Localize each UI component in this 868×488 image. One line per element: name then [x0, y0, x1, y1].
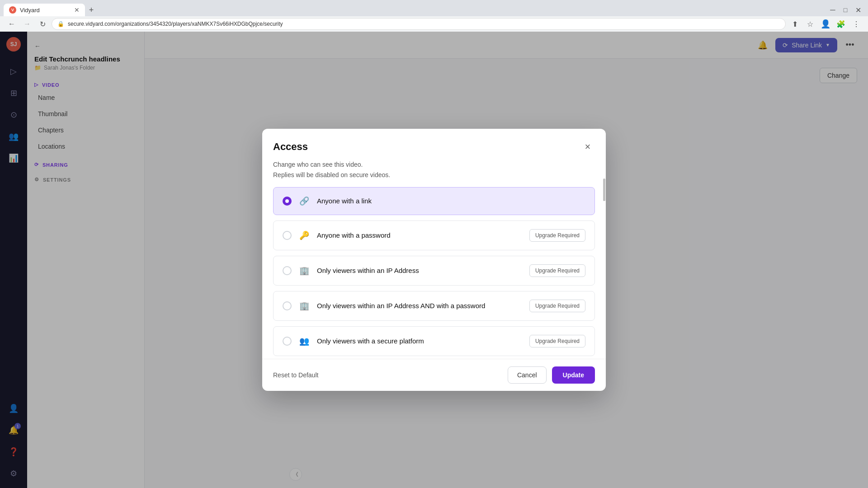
address-bar[interactable]: 🔒 secure.vidyard.com/organizations/34543… [52, 18, 786, 30]
option-ip-label: Only viewers within an IP Address [317, 267, 522, 274]
upgrade-badge-secure-platform[interactable]: Upgrade Required [529, 335, 585, 347]
radio-anyone-link[interactable] [283, 197, 292, 206]
access-modal: Access × Change who can see this video. … [262, 129, 606, 391]
radio-anyone-password[interactable] [283, 231, 292, 240]
window-close[interactable]: ✕ [852, 4, 864, 16]
option-secure-platform-label: Only viewers with a secure platform [317, 337, 522, 345]
access-option-secure-platform[interactable]: 👥 Only viewers with a secure platform Up… [273, 326, 595, 356]
radio-ip-password[interactable] [283, 301, 292, 310]
modal-title: Access [273, 141, 308, 153]
refresh-button[interactable]: ↻ [36, 18, 49, 30]
scroll-thumb [603, 178, 605, 201]
option-anyone-password-label: Anyone with a password [317, 231, 522, 239]
modal-close-button[interactable]: × [580, 140, 595, 154]
upgrade-badge-password[interactable]: Upgrade Required [529, 229, 585, 242]
ip-icon: 🏢 [299, 265, 310, 276]
tab-title: Vidyard [20, 7, 40, 14]
password-icon: 🔑 [299, 230, 310, 241]
option-anyone-link-label: Anyone with a link [317, 197, 585, 205]
bookmark-icon[interactable]: ☆ [804, 18, 816, 30]
access-option-ip-address[interactable]: 🏢 Only viewers within an IP Address Upgr… [273, 256, 595, 286]
upgrade-badge-ip-password[interactable]: Upgrade Required [529, 300, 585, 312]
secure-platform-icon: 👥 [299, 336, 310, 347]
update-button[interactable]: Update [552, 366, 595, 384]
lock-icon: 🔒 [57, 21, 64, 27]
menu-icon[interactable]: ⋮ [850, 18, 863, 30]
footer-actions: Cancel Update [508, 366, 595, 384]
url-text: secure.vidyard.com/organizations/3454320… [68, 21, 283, 27]
scroll-indicator-top [602, 178, 606, 359]
link-icon: 🔗 [299, 196, 310, 206]
share-page-icon[interactable]: ⬆ [788, 18, 801, 30]
window-minimize[interactable]: ─ [826, 4, 839, 16]
reset-to-default-button[interactable]: Reset to Default [273, 371, 318, 379]
browser-toolbar: ← → ↻ 🔒 secure.vidyard.com/organizations… [0, 16, 868, 32]
upgrade-badge-ip[interactable]: Upgrade Required [529, 264, 585, 277]
nav-forward-button[interactable]: → [21, 18, 33, 30]
modal-footer: Reset to Default Cancel Update [262, 359, 606, 391]
nav-back-button[interactable]: ← [5, 18, 18, 30]
modal-description: Change who can see this video. Replies w… [262, 160, 606, 187]
modal-desc-line2: Replies will be disabled on secure video… [273, 170, 595, 180]
access-option-anyone-password[interactable]: 🔑 Anyone with a password Upgrade Require… [273, 221, 595, 250]
window-maximize[interactable]: □ [839, 4, 852, 16]
modal-header: Access × [262, 129, 606, 160]
profile-icon[interactable]: 👤 [819, 18, 832, 30]
access-option-anyone-link[interactable]: 🔗 Anyone with a link [273, 187, 595, 215]
modal-overlay[interactable]: Access × Change who can see this video. … [0, 32, 868, 488]
ip-password-icon: 🏢 [299, 300, 310, 311]
extensions-icon[interactable]: 🧩 [835, 18, 847, 30]
close-tab-icon[interactable]: ✕ [74, 6, 80, 14]
tab-bar: V Vidyard ✕ + ─ □ ✕ [0, 0, 868, 16]
browser-chrome: V Vidyard ✕ + ─ □ ✕ ← → ↻ 🔒 secure.vidya… [0, 0, 868, 32]
tab-favicon: V [9, 6, 16, 14]
active-tab[interactable]: V Vidyard ✕ [4, 4, 85, 16]
modal-desc-line1: Change who can see this video. [273, 160, 595, 169]
radio-secure-platform[interactable] [283, 337, 292, 346]
cancel-button[interactable]: Cancel [508, 366, 547, 384]
modal-body[interactable]: 🔗 Anyone with a link 🔑 Anyone with a pas… [262, 187, 606, 359]
option-ip-password-label: Only viewers within an IP Address AND wi… [317, 302, 522, 310]
new-tab-button[interactable]: + [85, 4, 98, 16]
access-option-ip-password[interactable]: 🏢 Only viewers within an IP Address AND … [273, 291, 595, 321]
radio-ip-address[interactable] [283, 266, 292, 275]
